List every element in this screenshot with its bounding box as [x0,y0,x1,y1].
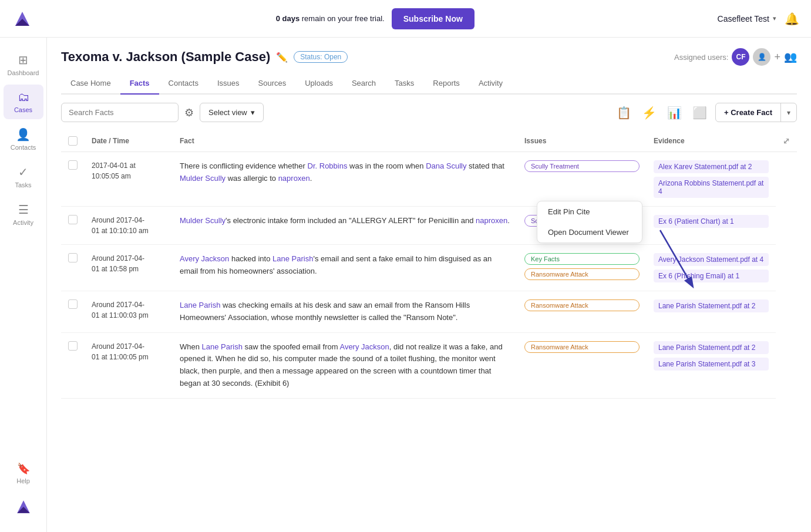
date-value: Around 2017-04- 01 at 11:00:03 pm [92,301,149,319]
fact-link[interactable]: Lane Parish [202,342,243,351]
evidence-cell: Lane Parish Statement.pdf at 2Lane Paris… [647,332,776,398]
tab-issues[interactable]: Issues [208,73,249,95]
context-menu: Edit Pin Cite Open Document Viewer [537,201,642,243]
issues-cell: Key FactsRansomware Attack [517,245,647,291]
fact-link[interactable]: naproxen [476,216,507,225]
chart-icon[interactable]: 📊 [665,103,684,122]
date-value: 2017-04-01 at 10:05:05 am [92,161,136,180]
date-cell: 2017-04-01 at 10:05:05 am [85,152,173,207]
user-menu[interactable]: Casefleet Test ▾ [718,14,776,23]
issue-tag[interactable]: Ransomware Attack [524,299,640,311]
sidebar-item-contacts[interactable]: 👤 Contacts [4,122,43,157]
sidebar-item-help[interactable]: 🔖 Help [12,456,35,490]
all-users-icon[interactable]: 👥 [784,50,797,63]
issue-tag[interactable]: Ransomware Attack [524,268,640,280]
sidebar: ⊞ Dashboard 🗂 Cases 👤 Contacts ✓ Tasks ☰… [0,38,47,532]
notification-bell-icon[interactable]: 🔔 [785,12,799,26]
sidebar-item-tasks[interactable]: ✓ Tasks [4,159,43,194]
lightning-icon[interactable]: ⚡ [640,103,659,122]
search-input[interactable] [61,103,179,122]
issue-tag[interactable]: Ransomware Attack [524,341,640,353]
trial-info: 0 days remain on your free trial. Subscr… [276,8,475,29]
tab-reports[interactable]: Reports [423,73,469,95]
fact-link[interactable]: Dana Scully [426,161,466,170]
facts-table-container: Date / Time Fact Issues Evidence ⤢ 2017-… [61,130,797,532]
create-fact-dropdown-icon[interactable]: ▾ [781,104,796,122]
expand-all-icon[interactable]: ⤢ [783,136,790,146]
tab-sources[interactable]: Sources [249,73,296,95]
tab-tasks[interactable]: Tasks [385,73,423,95]
facts-table-scroll: Date / Time Fact Issues Evidence ⤢ 2017-… [61,130,797,532]
top-bar-right: Casefleet Test ▾ 🔔 [718,12,799,26]
fact-link[interactable]: naproxen [278,174,310,183]
row-checkbox[interactable] [68,160,78,170]
tab-case-home[interactable]: Case Home [61,73,120,95]
select-all-checkbox[interactable] [68,136,78,146]
fact-link[interactable]: Lane Parish [180,301,220,309]
evidence-link[interactable]: Alex Karev Statement.pdf at 2 [654,160,769,173]
row-checkbox[interactable] [68,215,78,224]
row-checkbox[interactable] [68,299,78,309]
table-row: Around 2017-04- 01 at 10:10:10 amMulder … [61,207,797,245]
create-fact-button[interactable]: + Create Fact ▾ [715,103,797,122]
fact-link[interactable]: Mulder Scully [180,174,226,183]
evidence-link[interactable]: Lane Parish Statement.pdf at 3 [654,358,769,371]
evidence-cell: Avery Jackson Statement.pdf at 4Ex 6 (Ph… [647,245,776,291]
row-checkbox[interactable] [68,253,78,262]
sidebar-item-activity[interactable]: ☰ Activity [4,197,43,232]
create-fact-label: + Create Fact [716,103,781,122]
trial-text: 0 days remain on your free trial. [276,14,385,23]
fact-link[interactable]: Mulder Scully [180,216,226,225]
evidence-link[interactable]: Ex 6 (Patient Chart) at 1 [654,215,769,228]
date-cell: Around 2017-04- 01 at 10:58 pm [85,245,173,291]
evidence-link[interactable]: Ex 6 (Phishing Email) at 1 [654,270,769,282]
tab-uploads[interactable]: Uploads [295,73,342,95]
col-header-fact: Fact [173,130,517,152]
subscribe-button[interactable]: Subscribe Now [392,8,475,29]
table-row: Around 2017-04- 01 at 11:00:05 pmWhen La… [61,332,797,398]
row-checkbox[interactable] [68,341,78,351]
case-title-wrap: Texoma v. Jackson (Sample Case) ✏️ Statu… [61,49,348,65]
logo-icon [12,8,33,29]
issue-tag[interactable]: Scully Treatment [524,160,640,172]
avatar-2: 👤 [753,48,770,66]
issue-tag[interactable]: Key Facts [524,253,640,265]
fact-link[interactable]: Lane Parish [272,254,313,263]
issues-cell: Ransomware Attack [517,332,647,398]
context-menu-open-viewer[interactable]: Open Document Viewer [537,222,642,243]
main-content: Texoma v. Jackson (Sample Case) ✏️ Statu… [47,38,811,532]
evidence-cell: Ex 6 (Patient Chart) at 1 [647,207,776,245]
layout-icon[interactable]: ⬜ [690,103,709,122]
tab-contacts[interactable]: Contacts [159,73,208,95]
fact-cell: When Lane Parish saw the spoofed email f… [173,332,517,398]
evidence-link[interactable]: Lane Parish Statement.pdf at 2 [654,341,769,354]
select-view-button[interactable]: Select view ▾ [200,103,264,122]
tab-activity[interactable]: Activity [469,73,512,95]
evidence-link[interactable]: Arizona Robbins Statement.pdf at 4 [654,177,769,198]
fact-cell: Mulder Scully's electronic intake form i… [173,207,517,245]
fact-link[interactable]: Avery Jackson [339,342,389,351]
table-row: 2017-04-01 at 10:05:05 amThere is confli… [61,152,797,207]
add-user-button[interactable]: + [774,51,780,63]
issues-cell: Scully Treatment [517,152,647,207]
table-row: Around 2017-04- 01 at 10:58 pmAvery Jack… [61,245,797,291]
evidence-cell: Lane Parish Statement.pdf at 2 [647,291,776,333]
facts-table: Date / Time Fact Issues Evidence ⤢ 2017-… [61,130,797,399]
tab-search[interactable]: Search [342,73,385,95]
sidebar-item-cases[interactable]: 🗂 Cases [4,85,43,119]
activity-icon: ☰ [18,203,29,217]
col-header-check [61,130,85,152]
user-name: Casefleet Test [718,14,769,23]
tab-facts[interactable]: Facts [120,73,159,95]
timeline-icon[interactable]: 📋 [614,103,634,122]
context-menu-edit-pin[interactable]: Edit Pin Cite [537,201,642,222]
select-view-chevron-icon: ▾ [251,108,255,117]
filter-icon[interactable]: ⚙ [184,106,194,119]
fact-link[interactable]: Avery Jackson [180,254,229,263]
evidence-link[interactable]: Avery Jackson Statement.pdf at 4 [654,253,769,266]
evidence-link[interactable]: Lane Parish Statement.pdf at 2 [654,299,769,312]
sidebar-item-dashboard[interactable]: ⊞ Dashboard [4,47,43,82]
avatar-1: CF [732,48,749,66]
edit-case-icon[interactable]: ✏️ [276,52,288,63]
fact-link[interactable]: Dr. Robbins [308,161,348,170]
